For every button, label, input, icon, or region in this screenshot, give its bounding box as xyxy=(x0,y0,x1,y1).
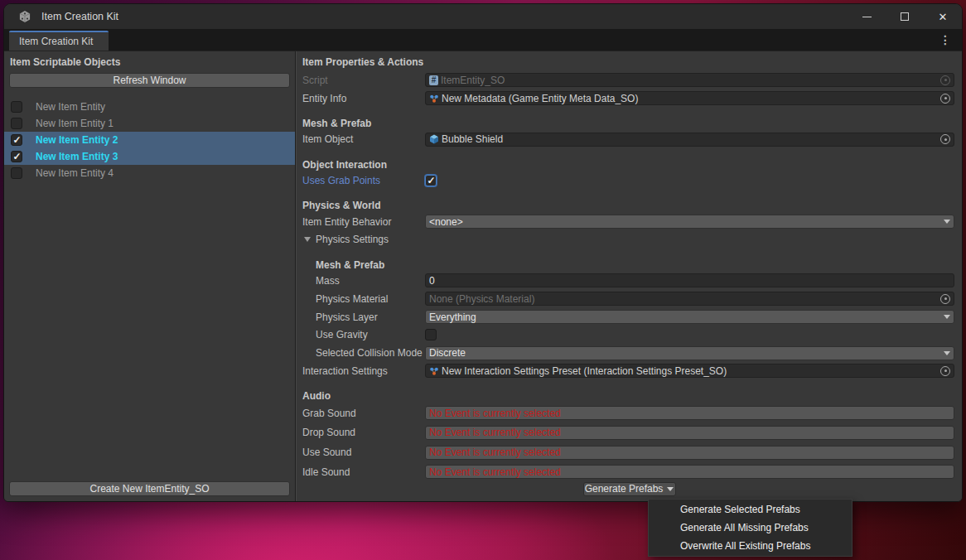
dropdown-arrow-icon xyxy=(667,487,674,491)
maximize-button[interactable] xyxy=(886,4,924,29)
object-picker-icon[interactable] xyxy=(940,366,950,376)
properties-panel: Item Properties & Actions Script ItemEnt… xyxy=(296,51,962,501)
list-item-selected[interactable]: New Item Entity 3 xyxy=(4,148,295,165)
list-item[interactable]: New Item Entity xyxy=(4,99,295,115)
audio-header: Audio xyxy=(297,389,962,403)
physics-settings-foldout-label: Physics Settings xyxy=(316,234,389,245)
dice-app-icon xyxy=(18,10,31,23)
item-object-label: Item Object xyxy=(302,133,425,145)
maximize-icon xyxy=(901,12,909,21)
item-label: New Item Entity 2 xyxy=(36,134,118,146)
scriptable-object-list: New Item Entity New Item Entity 1 New It… xyxy=(4,99,295,181)
entity-info-value: New Metadata (Game Entity Meta Data_SO) xyxy=(442,93,937,104)
item-entity-behavior-dropdown[interactable]: <none> xyxy=(425,215,954,229)
item-checkbox[interactable] xyxy=(11,101,22,113)
item-label: New Item Entity 1 xyxy=(36,118,114,129)
entity-info-label: Entity Info xyxy=(302,93,425,104)
mass-input[interactable]: 0 xyxy=(425,273,954,287)
generate-prefabs-label: Generate Prefabs xyxy=(585,483,664,495)
drop-sound-event-button[interactable]: No Event is currently selected xyxy=(425,426,954,440)
left-panel-header: Item Scriptable Objects xyxy=(4,51,295,71)
collision-mode-dropdown[interactable]: Discrete xyxy=(425,346,954,360)
item-checkbox-checked[interactable] xyxy=(11,134,22,146)
scriptable-object-icon xyxy=(429,94,439,104)
dropdown-arrow-icon xyxy=(944,315,950,319)
use-gravity-checkbox[interactable] xyxy=(425,329,437,340)
item-checkbox[interactable] xyxy=(11,118,22,129)
script-label: Script xyxy=(302,75,425,86)
list-item[interactable]: New Item Entity 1 xyxy=(4,115,295,132)
item-checkbox-checked[interactable] xyxy=(11,151,22,162)
physics-mesh-prefab-subheader: Mesh & Prefab xyxy=(297,258,962,272)
grab-sound-value: No Event is currently selected xyxy=(429,408,950,419)
dropdown-arrow-icon xyxy=(944,220,950,224)
item-entity-behavior-value: <none> xyxy=(429,216,940,228)
titlebar[interactable]: Item Creation Kit xyxy=(4,4,962,29)
entity-info-object-field[interactable]: New Metadata (Game Entity Meta Data_SO) xyxy=(425,91,954,105)
scriptable-object-icon xyxy=(429,366,439,376)
csharp-script-icon xyxy=(429,75,438,85)
right-panel-header: Item Properties & Actions xyxy=(297,51,962,71)
menu-item-generate-all-missing[interactable]: Generate All Missing Prefabs xyxy=(649,519,852,537)
use-sound-value: No Event is currently selected xyxy=(429,447,950,458)
item-label: New Item Entity 3 xyxy=(36,151,118,162)
dropdown-arrow-icon xyxy=(944,351,950,355)
physics-layer-dropdown[interactable]: Everything xyxy=(425,310,954,324)
idle-sound-label: Idle Sound xyxy=(302,466,425,478)
tab-bar: Item Creation Kit xyxy=(4,29,962,51)
item-object-value: Bubble Shield xyxy=(442,133,937,145)
generate-prefabs-dropdown-button[interactable]: Generate Prefabs xyxy=(583,482,676,496)
tab-item-creation-kit[interactable]: Item Creation Kit xyxy=(9,31,109,51)
use-sound-label: Use Sound xyxy=(302,447,425,458)
item-label: New Item Entity 4 xyxy=(36,167,114,179)
grab-sound-event-button[interactable]: No Event is currently selected xyxy=(425,406,954,420)
item-entity-behavior-label: Item Entity Behavior xyxy=(302,216,425,228)
prefab-cube-icon xyxy=(429,134,439,144)
physics-layer-value: Everything xyxy=(429,311,940,323)
collision-mode-value: Discrete xyxy=(429,347,940,359)
script-value: ItemEntity_SO xyxy=(441,75,937,86)
interaction-settings-value: New Interaction Settings Preset (Interac… xyxy=(442,365,937,377)
object-interaction-header: Object Interaction xyxy=(297,157,962,171)
create-new-itementity-button[interactable]: Create New ItemEntity_SO xyxy=(9,481,290,496)
uses-grab-points-checkbox[interactable] xyxy=(425,175,437,186)
use-gravity-label: Use Gravity xyxy=(302,329,425,340)
close-button[interactable] xyxy=(924,4,962,29)
editor-window: Item Creation Kit Item Creation Kit Item… xyxy=(3,3,963,502)
object-picker-icon[interactable] xyxy=(940,94,950,104)
physics-material-field[interactable]: None (Physics Material) xyxy=(425,292,954,306)
object-picker-icon[interactable] xyxy=(940,134,950,144)
drop-sound-value: No Event is currently selected xyxy=(429,427,950,438)
object-picker-icon[interactable] xyxy=(940,294,950,304)
item-object-field[interactable]: Bubble Shield xyxy=(425,133,954,147)
uses-grab-points-label: Uses Grab Points xyxy=(302,175,425,186)
kebab-menu-icon[interactable] xyxy=(939,32,952,47)
use-sound-event-button[interactable]: No Event is currently selected xyxy=(425,446,954,460)
menu-item-overwrite-all-existing[interactable]: Overwrite All Existing Prefabs xyxy=(649,537,852,555)
drop-sound-label: Drop Sound xyxy=(302,427,425,438)
generate-prefabs-context-menu: Generate Selected Prefabs Generate All M… xyxy=(648,499,852,557)
minimize-button[interactable] xyxy=(848,4,886,29)
item-label: New Item Entity xyxy=(36,101,105,113)
item-checkbox[interactable] xyxy=(11,167,22,179)
mass-value: 0 xyxy=(429,275,950,287)
minimize-icon xyxy=(862,17,872,17)
menu-item-generate-selected[interactable]: Generate Selected Prefabs xyxy=(649,500,852,519)
list-item-selected[interactable]: New Item Entity 2 xyxy=(4,132,295,148)
item-list-panel: Item Scriptable Objects Refresh Window N… xyxy=(4,51,296,501)
interaction-settings-field[interactable]: New Interaction Settings Preset (Interac… xyxy=(425,364,954,378)
idle-sound-event-button[interactable]: No Event is currently selected xyxy=(425,465,954,479)
physics-settings-foldout[interactable]: Physics Settings xyxy=(297,231,962,248)
mass-label: Mass xyxy=(302,275,425,287)
script-object-field: ItemEntity_SO xyxy=(425,73,954,87)
idle-sound-value: No Event is currently selected xyxy=(429,466,950,478)
object-picker-icon xyxy=(940,75,950,85)
foldout-arrow-icon xyxy=(304,237,311,242)
refresh-window-button[interactable]: Refresh Window xyxy=(9,73,290,88)
list-item[interactable]: New Item Entity 4 xyxy=(4,165,295,181)
collision-mode-label: Selected Collision Mode xyxy=(302,347,425,359)
window-title: Item Creation Kit xyxy=(41,11,118,22)
grab-sound-label: Grab Sound xyxy=(302,408,425,419)
close-icon xyxy=(939,11,948,23)
mesh-prefab-header: Mesh & Prefab xyxy=(297,117,962,131)
